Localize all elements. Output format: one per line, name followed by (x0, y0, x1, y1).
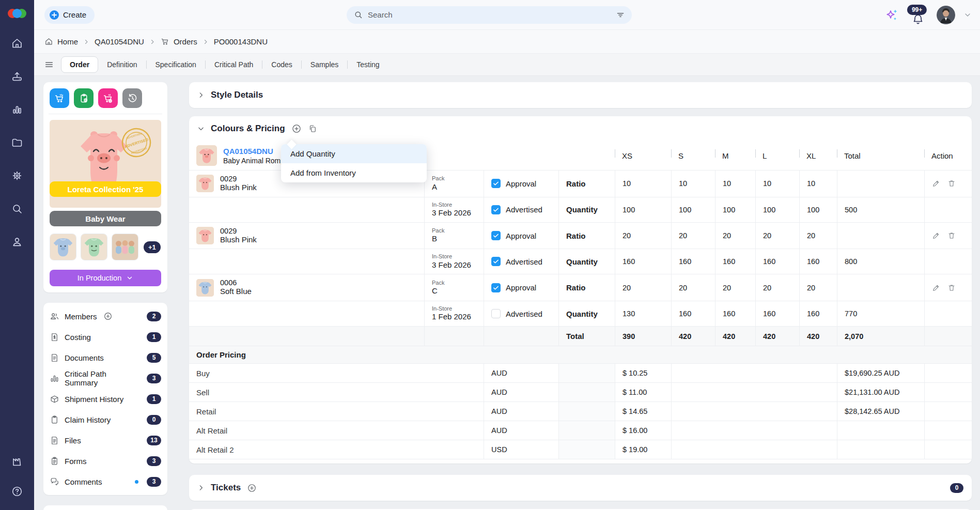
edit-pencil-icon[interactable] (932, 284, 940, 292)
tab-specification[interactable]: Specification (149, 57, 203, 72)
add-ticket-icon[interactable] (247, 483, 257, 493)
tab-definition[interactable]: Definition (100, 57, 144, 72)
advertised-checkbox[interactable] (491, 257, 501, 266)
edit-pencil-icon[interactable] (932, 179, 940, 188)
tab-codes[interactable]: Codes (265, 57, 299, 72)
currency: AUD (491, 426, 507, 435)
cell-value: 20 (807, 284, 815, 292)
sidebar-item-forms[interactable]: Forms 3 (50, 451, 161, 471)
chevron-right-icon (197, 91, 205, 99)
copy-icon[interactable] (308, 124, 317, 133)
delete-trash-icon[interactable] (947, 231, 956, 240)
colourway-thumb-blue[interactable] (50, 234, 76, 260)
approval-checkbox[interactable] (491, 231, 501, 240)
remove-from-cart-icon[interactable] (98, 88, 118, 108)
cell-value: 160 (723, 257, 735, 266)
tab-order[interactable]: Order (61, 56, 98, 73)
price-label: Retail (196, 407, 216, 416)
gear-icon[interactable] (7, 165, 27, 186)
chevron-down-icon[interactable] (963, 11, 972, 19)
tab-testing[interactable]: Testing (350, 57, 386, 72)
cell-value: 160 (679, 257, 691, 266)
help-icon[interactable] (7, 481, 27, 502)
col-header-s: S (671, 141, 715, 170)
add-member-icon[interactable] (103, 312, 113, 321)
photo-thumb-babies[interactable] (112, 234, 138, 260)
clipboard-add-icon[interactable] (74, 88, 94, 108)
home-icon[interactable] (7, 33, 27, 54)
factory-icon[interactable] (7, 451, 27, 472)
history-icon[interactable] (122, 88, 142, 108)
ai-sparkle-icon[interactable] (884, 7, 899, 23)
count-badge: 2 (147, 312, 161, 321)
search-input[interactable] (368, 10, 611, 19)
currency: USD (491, 445, 507, 454)
col-header-m: M (715, 141, 755, 170)
sidebar-item-members[interactable]: Members 2 (50, 306, 161, 327)
add-colour-icon[interactable] (291, 123, 302, 134)
delete-trash-icon[interactable] (947, 284, 956, 292)
cell-value: 100 (807, 206, 819, 214)
more-thumbs-badge[interactable]: +1 (144, 241, 161, 253)
breadcrumb-po[interactable]: PO000143DNU (214, 37, 268, 46)
ratio-label: Ratio (566, 283, 586, 292)
sidebar-item-critical-path-summary[interactable]: Critical Path Summary 3 (50, 368, 161, 389)
cell-value: 160 (763, 257, 775, 266)
sidebar-item-costing[interactable]: Costing 1 (50, 327, 161, 347)
breadcrumb-home[interactable]: Home (44, 37, 78, 46)
advertised-checkbox[interactable] (491, 205, 501, 214)
approval-checkbox[interactable] (491, 283, 501, 292)
chevron-down-icon (126, 274, 133, 282)
avatar[interactable] (937, 6, 955, 24)
sidebar-item-comments[interactable]: Comments 3 (50, 471, 161, 492)
search-nav-icon[interactable] (7, 198, 27, 219)
pack-label: Pack (432, 227, 444, 234)
product-hero-image[interactable]: ADVERTISED ADVERTISED ADVERTISED Loreta … (50, 120, 161, 208)
approval-checkbox[interactable] (491, 179, 501, 188)
delete-trash-icon[interactable] (947, 179, 956, 188)
breadcrumb-orders[interactable]: Orders (161, 37, 197, 46)
create-button[interactable]: Create (44, 6, 95, 24)
menu-item-add-from-inventory[interactable]: Add from Inventory (281, 163, 427, 182)
sidebar-item-documents[interactable]: Documents 5 (50, 347, 161, 368)
menu-item-add-quantity[interactable]: Add Quantity (281, 144, 427, 163)
breadcrumb-style[interactable]: QA01054DNU (95, 37, 144, 46)
global-search[interactable] (347, 6, 632, 24)
total-value: 420 (723, 332, 735, 341)
menu-item-label: Forms (65, 457, 87, 466)
sidebar-item-claim-history[interactable]: Claim History 0 (50, 409, 161, 430)
folder-icon[interactable] (7, 132, 27, 153)
app-sidebar (0, 0, 34, 510)
edit-pencil-icon[interactable] (932, 231, 940, 240)
price-total: $19,690.25 AUD (845, 369, 899, 377)
app-logo[interactable] (7, 7, 27, 20)
chevron-down-icon[interactable] (197, 125, 205, 132)
ratio-label: Ratio (566, 179, 586, 188)
upload-icon[interactable] (7, 66, 27, 87)
pack-value: A (432, 182, 444, 192)
tab-critical-path[interactable]: Critical Path (208, 57, 260, 72)
sidebar-item-files[interactable]: Files 13 (50, 430, 161, 451)
sidebar-item-shipment-history[interactable]: Shipment History 1 (50, 389, 161, 409)
menu-hamburger-icon[interactable] (41, 57, 57, 72)
menu-item-label: Shipment History (65, 395, 123, 404)
form-icon (50, 456, 59, 466)
status-dropdown[interactable]: In Production (50, 270, 161, 286)
filter-icon[interactable] (616, 11, 625, 19)
cell-value: 20 (763, 284, 771, 292)
bar-chart-icon[interactable] (7, 99, 27, 120)
notifications-bell[interactable]: 99+ (908, 5, 928, 25)
advertised-checkbox[interactable] (491, 309, 501, 318)
cell-value: 10 (723, 179, 731, 188)
count-badge: 1 (147, 394, 161, 404)
add-to-order-cart-icon[interactable] (50, 88, 69, 108)
col-header-xl: XL (799, 141, 837, 170)
tab-samples[interactable]: Samples (304, 57, 345, 72)
colourway-thumb-green[interactable] (81, 234, 107, 260)
context-menu: Add Quantity Add from Inventory (281, 144, 427, 182)
cell-value: 10 (623, 179, 631, 188)
menu-item-label: Comments (65, 477, 102, 486)
section-tickets[interactable]: Tickets 0 (189, 475, 972, 501)
section-style-details[interactable]: Style Details (189, 82, 972, 108)
user-icon[interactable] (7, 231, 27, 252)
